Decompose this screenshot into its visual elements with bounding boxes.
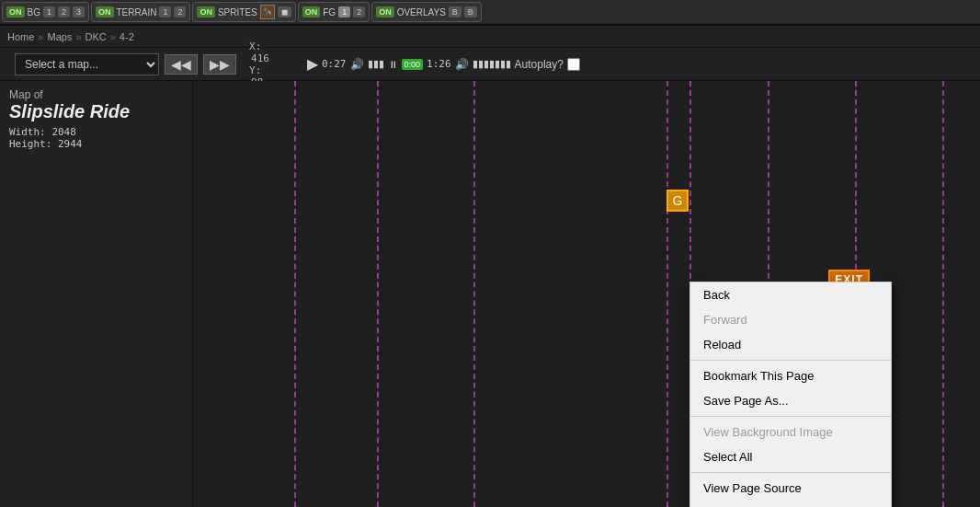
layer-overlays-on: ON	[376, 6, 394, 17]
ctx-forward: Forward	[690, 307, 891, 332]
ctx-view-source[interactable]: View Page Source	[690, 476, 891, 501]
ctx-bookmark[interactable]: Bookmark This Page	[690, 363, 891, 388]
layer-fg-num2[interactable]: 2	[353, 6, 365, 17]
layer-bg-num3[interactable]: 3	[73, 6, 85, 17]
nav-next-button[interactable]: ▶▶	[203, 54, 236, 75]
layer-bg-num1[interactable]: 1	[43, 6, 55, 17]
layer-bg-on: ON	[6, 6, 25, 17]
autoplay-label: Autoplay?	[515, 58, 564, 71]
sprites-icon: 🦍	[260, 5, 275, 19]
vline-2	[377, 81, 379, 507]
layer-overlays-numB2[interactable]: B	[464, 6, 477, 17]
map-height: Height: 2944	[9, 138, 183, 150]
layer-bg[interactable]: ON BG 1 2 3	[2, 2, 89, 22]
layer-fg[interactable]: ON FG 1 2	[298, 2, 370, 22]
layer-sprites-on: ON	[197, 6, 215, 17]
layer-sprites-label: SPRITES	[218, 7, 257, 17]
play-button[interactable]: ▶	[307, 55, 318, 73]
layer-fg-on: ON	[302, 6, 321, 17]
layer-sprites-num-extra[interactable]: ◼	[278, 6, 291, 17]
map-select[interactable]: Select a map...	[15, 53, 159, 75]
time-current: 0:27	[322, 58, 347, 70]
layer-sprites[interactable]: ON SPRITES 🦍 ◼	[192, 2, 295, 22]
vline-1	[294, 81, 296, 507]
ctx-save[interactable]: Save Page As...	[690, 388, 891, 413]
media-controls: ▶ 0:27 🔊 ▮▮▮ ⏸ 0:00 1:26 🔊 ▮▮▮▮▮▮▮ Autop…	[307, 55, 580, 73]
vline-4	[667, 81, 668, 507]
sprite-g[interactable]: G	[667, 190, 689, 212]
vline-8	[942, 81, 944, 507]
main-area: Map of Slipslide Ride Width: 2048 Height…	[0, 81, 980, 507]
map-selector-bar: Select a map... ◀◀ ▶▶ X: 416 Y: 98 ▶ 0:2…	[0, 48, 980, 81]
volume-bars-right: ▮▮▮▮▮▮▮	[473, 58, 511, 70]
ctx-view-bg: View Background Image	[690, 420, 891, 444]
ctx-sep2	[690, 416, 891, 417]
context-menu: Back Forward Reload Bookmark This Page S…	[689, 282, 892, 507]
ctx-back[interactable]: Back	[690, 282, 891, 307]
time-total: 1:26	[427, 58, 451, 70]
ctx-sep1	[690, 360, 891, 361]
layer-terrain-num1[interactable]: 1	[159, 6, 171, 17]
seek-icon: ⏸	[388, 59, 398, 70]
sprite-g-label: G	[673, 193, 683, 208]
layer-overlays-label: OVERLAYS	[397, 7, 446, 17]
ctx-view-info[interactable]: View Page Info	[690, 501, 891, 507]
layer-overlays-numB1[interactable]: B	[449, 6, 462, 17]
volume-bars: ▮▮▮	[368, 58, 384, 70]
layer-bg-num2[interactable]: 2	[58, 6, 70, 17]
layer-fg-num1[interactable]: 1	[338, 6, 350, 17]
top-toolbar: ON BG 1 2 3 ON TERRAIN 1 2 ON SPRITES 🦍 …	[0, 0, 980, 26]
map-title: Slipslide Ride	[9, 101, 183, 122]
layer-terrain-label: TERRAIN	[117, 7, 157, 17]
layer-terrain[interactable]: ON TERRAIN 1 2	[91, 2, 190, 22]
map-prefix: Map of	[9, 88, 183, 101]
layer-terrain-num2[interactable]: 2	[174, 6, 186, 17]
volume-icon-left: 🔊	[350, 58, 364, 71]
nav-prev-button[interactable]: ◀◀	[165, 54, 198, 75]
layer-terrain-on: ON	[96, 6, 114, 17]
map-canvas: G EXIT Back Forward Reload Bookmark This…	[193, 81, 980, 507]
coord-x: X: 416	[249, 40, 276, 64]
ctx-reload[interactable]: Reload	[690, 332, 891, 357]
volume-icon-right: 🔊	[455, 58, 469, 71]
ctx-select-all[interactable]: Select All	[690, 444, 891, 469]
vline-3	[473, 81, 475, 507]
layer-overlays[interactable]: ON OVERLAYS B B	[371, 2, 482, 22]
layer-bg-label: BG	[28, 7, 40, 17]
map-width: Width: 2048	[9, 126, 183, 138]
ctx-sep3	[690, 472, 891, 473]
map-info-panel: Map of Slipslide Ride Width: 2048 Height…	[0, 81, 193, 507]
autoplay-checkbox[interactable]	[567, 58, 580, 71]
layer-fg-label: FG	[323, 7, 336, 17]
progress-label: 0:00	[402, 59, 424, 70]
